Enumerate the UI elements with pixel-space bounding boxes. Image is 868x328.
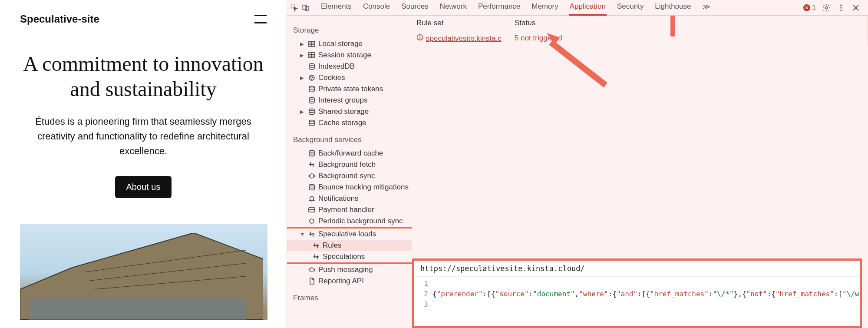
svg-rect-34 xyxy=(309,208,315,212)
sidebar-label: Background fetch xyxy=(318,160,376,169)
sidebar-item-background-sync[interactable]: Background sync xyxy=(287,170,412,182)
col-status[interactable]: Status xyxy=(510,16,868,31)
devtools-body: Storage ▶Local storage ▶Session storage … xyxy=(287,16,868,328)
svg-rect-42 xyxy=(549,40,607,88)
site-heading: A commitment to innovation and sustainab… xyxy=(20,51,267,101)
source-url: https://speculativesite.kinsta.cloud/ xyxy=(414,261,860,277)
svg-point-30 xyxy=(309,109,314,111)
line-number: 2 xyxy=(416,289,428,299)
gear-icon[interactable] xyxy=(822,3,831,12)
menu-icon[interactable] xyxy=(254,15,267,23)
website-preview: Speculative-site A commitment to innovat… xyxy=(0,0,287,328)
sidebar-label: Shared storage xyxy=(318,107,369,116)
sidebar-item-speculative-loads[interactable]: ▼Speculative loads xyxy=(287,229,412,240)
sync-icon xyxy=(308,217,316,225)
transfer-icon xyxy=(312,253,320,261)
database-icon xyxy=(308,96,316,104)
error-count-number: 1 xyxy=(812,4,816,12)
tok: "source" xyxy=(495,290,529,298)
tab-application[interactable]: Application xyxy=(569,0,607,16)
svg-point-31 xyxy=(309,120,314,122)
sidebar-label: Periodic background sync xyxy=(318,217,403,225)
sidebar-label: Interest groups xyxy=(318,96,367,105)
sidebar-item-indexeddb[interactable]: IndexedDB xyxy=(287,61,412,72)
sidebar-item-interest-groups[interactable]: Interest groups xyxy=(287,95,412,106)
sidebar-item-speculations[interactable]: Speculations xyxy=(287,251,412,262)
svg-point-26 xyxy=(312,77,313,78)
svg-point-10 xyxy=(840,4,842,6)
sidebar-label: Cookies xyxy=(318,73,345,82)
sidebar-item-cache-storage[interactable]: Cache storage xyxy=(287,117,412,129)
sidebar-label: Reporting API xyxy=(318,277,364,285)
line-number: 1 xyxy=(416,278,428,289)
devtools-toolbar: Elements Console Sources Network Perform… xyxy=(287,0,868,16)
sidebar-item-bfcache[interactable]: Back/forward cache xyxy=(287,148,412,159)
svg-rect-7 xyxy=(303,5,307,10)
sidebar-label: Push messaging xyxy=(318,265,373,274)
tab-overflow-icon[interactable]: ≫ xyxy=(702,0,711,16)
sidebar-item-bounce-tracking[interactable]: Bounce tracking mitigations xyxy=(287,182,412,193)
error-count[interactable]: ✕1 xyxy=(803,4,816,12)
sidebar-label: Bounce tracking mitigations xyxy=(318,183,409,192)
tab-elements[interactable]: Elements xyxy=(320,0,353,16)
tok: "and" xyxy=(617,290,637,298)
col-ruleset[interactable]: Rule set xyxy=(412,16,510,31)
sidebar-item-shared-storage[interactable]: ▶Shared storage xyxy=(287,106,412,117)
tab-console[interactable]: Console xyxy=(362,0,391,16)
ruleset-link[interactable]: speculativesite.kinsta.c xyxy=(426,34,502,43)
svg-point-32 xyxy=(309,151,314,152)
tok: "href_matches" xyxy=(650,290,709,298)
sidebar-item-local-storage[interactable]: ▶Local storage xyxy=(287,38,412,50)
sidebar-item-payment-handler[interactable]: Payment handler xyxy=(287,204,412,215)
svg-rect-5 xyxy=(29,298,246,320)
table-row[interactable]: speculativesite.kinsta.c 5 not triggered xyxy=(412,31,868,46)
transfer-icon xyxy=(308,230,316,238)
tok: "\/wp-login. xyxy=(842,290,860,298)
database-icon xyxy=(308,85,316,93)
tok: "\/*" xyxy=(713,290,733,298)
devtools-panel: Elements Console Sources Network Perform… xyxy=(287,0,868,328)
group-storage: Storage xyxy=(287,19,412,38)
sidebar-label: Speculations xyxy=(323,252,365,261)
site-subheading: Études is a pioneering firm that seamles… xyxy=(30,114,256,159)
sidebar-item-background-fetch[interactable]: Background fetch xyxy=(287,159,412,170)
sidebar-label: Background sync xyxy=(318,172,375,180)
sidebar-item-private-state[interactable]: Private state tokens xyxy=(287,83,412,95)
sidebar-label: Back/forward cache xyxy=(318,149,383,158)
close-icon[interactable] xyxy=(851,3,860,12)
tab-lighthouse[interactable]: Lighthouse xyxy=(654,0,692,16)
database-icon xyxy=(308,119,316,127)
sidebar-item-rules[interactable]: Rules xyxy=(287,240,412,251)
code-area: 1 2 3 {"prerender":[{"source":"document"… xyxy=(414,277,860,311)
sidebar-item-reporting-api[interactable]: Reporting API xyxy=(287,275,412,287)
cell-status[interactable]: 5 not triggered xyxy=(510,31,868,46)
database-icon xyxy=(308,108,316,116)
tok: "where" xyxy=(579,290,608,298)
tab-security[interactable]: Security xyxy=(616,0,644,16)
sidebar-item-push-messaging[interactable]: Push messaging xyxy=(287,264,412,275)
warning-icon xyxy=(416,34,423,43)
code-content[interactable]: {"prerender":[{"source":"document","wher… xyxy=(432,277,860,311)
tab-performance[interactable]: Performance xyxy=(477,0,521,16)
tab-memory[interactable]: Memory xyxy=(531,0,559,16)
sidebar-item-session-storage[interactable]: ▶Session storage xyxy=(287,50,412,61)
svg-point-33 xyxy=(309,185,314,186)
kebab-icon[interactable] xyxy=(837,3,845,12)
svg-point-25 xyxy=(310,76,311,77)
device-icon[interactable] xyxy=(301,3,310,13)
svg-point-38 xyxy=(419,39,420,40)
sidebar-label: Speculative loads xyxy=(318,230,376,239)
tab-sources[interactable]: Sources xyxy=(400,0,429,16)
sidebar-item-cookies[interactable]: ▶Cookies xyxy=(287,72,412,83)
table-icon xyxy=(308,40,316,48)
sidebar-item-periodic-sync[interactable]: Periodic background sync xyxy=(287,215,412,227)
database-icon xyxy=(308,183,316,191)
about-us-button[interactable]: About us xyxy=(115,176,172,198)
tok: "not" xyxy=(746,290,767,298)
inspect-icon[interactable] xyxy=(290,3,299,13)
cell-ruleset: speculativesite.kinsta.c xyxy=(412,31,510,46)
sidebar-item-notifications[interactable]: Notifications xyxy=(287,193,412,204)
tab-network[interactable]: Network xyxy=(439,0,468,16)
group-frames: Frames xyxy=(287,287,412,306)
svg-point-11 xyxy=(840,7,842,8)
